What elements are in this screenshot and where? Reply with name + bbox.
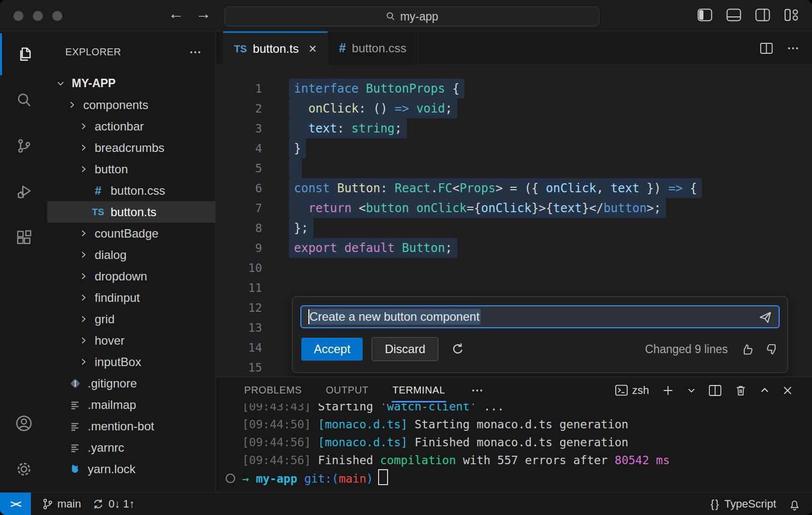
terminal-icon: [615, 384, 628, 396]
minimize-window-button[interactable]: [33, 11, 43, 21]
account-button[interactable]: [0, 400, 47, 446]
line-number: 15: [216, 358, 262, 377]
tree-item--gitignore[interactable]: .gitignore: [47, 373, 215, 394]
branch-status-item[interactable]: main: [42, 498, 81, 511]
tree-item-inputbox[interactable]: inputBox: [47, 351, 215, 373]
tree-item--mailmap[interactable]: .mailmap: [47, 394, 215, 415]
tree-item-my-app[interactable]: MY-APP: [47, 73, 215, 94]
forward-arrow-icon[interactable]: →: [196, 5, 211, 23]
tree-item-label: button: [95, 162, 128, 176]
sidebar-item-explorer[interactable]: [0, 31, 47, 77]
sidebar-item-extensions[interactable]: [0, 215, 47, 260]
code-line-8: 8};: [216, 218, 812, 238]
toggle-panel-icon[interactable]: [726, 8, 741, 21]
terminal-line-4: [09:44:56] Finished compilation with 557…: [242, 451, 812, 469]
terminal-viewport[interactable]: [09:43:43] Starting 'watch-client' ...[0…: [216, 403, 812, 492]
kill-terminal-trash-icon[interactable]: [734, 384, 747, 397]
panel-more-actions-icon[interactable]: [472, 389, 482, 391]
braces-icon: {}: [710, 498, 720, 511]
tree-item-label: .gitignore: [88, 377, 137, 390]
split-terminal-icon[interactable]: [708, 385, 722, 396]
sidebar-item-source-control[interactable]: [0, 123, 47, 169]
tree-item-grid[interactable]: grid: [47, 308, 215, 330]
send-icon[interactable]: [758, 310, 773, 324]
new-terminal-icon[interactable]: [662, 384, 675, 397]
remote-indicator[interactable]: ><: [0, 493, 31, 515]
config-file-icon: [68, 442, 83, 454]
tree-item-label: hover: [95, 334, 125, 348]
tab-button-css[interactable]: #button.css: [328, 31, 417, 65]
inline-chat-widget: Create a new button component Accept Dis…: [292, 296, 788, 373]
tree-item-button-css[interactable]: #button.css: [47, 180, 215, 201]
tree-item-components[interactable]: components: [47, 94, 215, 116]
explorer-sidebar: EXPLORER MY-APPcomponentsactionbarbreadc…: [47, 31, 216, 492]
code-line-1: 1interface ButtonProps {: [216, 79, 812, 99]
terminal-shell-selector[interactable]: zsh: [615, 384, 649, 397]
search-icon: [15, 91, 33, 109]
tree-item-dropdown[interactable]: dropdown: [47, 265, 215, 287]
tab-button-ts[interactable]: TSbutton.ts×: [223, 31, 328, 65]
source-control-icon: [15, 137, 33, 155]
back-arrow-icon[interactable]: ←: [168, 5, 184, 23]
code-text: [289, 158, 302, 178]
tree-item--yarnrc[interactable]: .yarnrc: [47, 437, 215, 458]
panel-tab-terminal[interactable]: TERMINAL: [393, 377, 445, 403]
editor-tab-bar: TSbutton.ts×#button.css: [216, 31, 812, 65]
command-center-search[interactable]: my-app: [225, 6, 599, 26]
tree-item-label: actionbar: [95, 120, 144, 133]
explorer-more-actions-icon[interactable]: [190, 51, 200, 53]
changed-lines-label: Changed 9 lines: [645, 343, 728, 356]
tree-item-countbadge[interactable]: countBadge: [47, 223, 215, 244]
typescript-file-icon: TS: [91, 207, 106, 218]
editor-more-actions-icon[interactable]: [788, 47, 798, 49]
discard-button[interactable]: Discard: [372, 337, 438, 361]
tree-item-findinput[interactable]: findinput: [47, 287, 215, 308]
tree-item--mention-bot[interactable]: .mention-bot: [47, 415, 215, 437]
notifications-bell-icon[interactable]: [788, 498, 801, 511]
accept-button[interactable]: Accept: [301, 338, 363, 361]
panel-tab-problems[interactable]: PROBLEMS: [244, 377, 302, 403]
tree-item-dialog[interactable]: dialog: [47, 244, 215, 265]
tree-item-button-ts[interactable]: TSbutton.ts: [47, 201, 215, 223]
sync-icon: [92, 498, 104, 510]
tree-item-button[interactable]: button: [47, 158, 215, 180]
code-editor[interactable]: 1interface ButtonProps {2 onClick: () =>…: [216, 65, 812, 377]
tree-item-actionbar[interactable]: actionbar: [47, 116, 215, 137]
css-file-icon: #: [339, 41, 346, 55]
toggle-secondary-sidebar-icon[interactable]: [755, 8, 770, 21]
split-editor-icon[interactable]: [760, 42, 773, 54]
tree-item-yarn-lock[interactable]: yarn.lock: [47, 458, 215, 480]
gitignore-file-icon: [68, 377, 83, 390]
close-tab-icon[interactable]: ×: [309, 42, 317, 56]
customize-layout-icon[interactable]: [784, 8, 799, 21]
tree-item-breadcrumbs[interactable]: breadcrumbs: [47, 137, 215, 158]
chat-input[interactable]: Create a new button component: [300, 305, 780, 328]
launch-profile-chevron-icon[interactable]: [687, 386, 696, 395]
thumbs-up-icon[interactable]: [741, 343, 754, 356]
tree-item-label: dialog: [95, 248, 127, 262]
status-bar: >< main 0↓ 1↑ {} TypeScript: [0, 492, 812, 515]
sync-status-item[interactable]: 0↓ 1↑: [92, 498, 135, 511]
code-line-2: 2 onClick: () => void;: [216, 99, 812, 119]
account-icon: [14, 414, 33, 433]
code-line-4: 4}: [216, 138, 812, 158]
language-mode-item[interactable]: {} TypeScript: [710, 498, 776, 511]
sidebar-item-run-and-debug[interactable]: [0, 169, 47, 215]
sync-counts: 0↓ 1↑: [109, 498, 135, 511]
thumbs-down-icon[interactable]: [765, 343, 779, 356]
sidebar-item-search[interactable]: [0, 77, 47, 123]
close-panel-icon[interactable]: [782, 385, 793, 396]
zoom-window-button[interactable]: [52, 11, 62, 21]
remote-icon: ><: [10, 498, 21, 510]
panel-tab-output[interactable]: OUTPUT: [326, 377, 369, 403]
sidebar-title: EXPLORER: [65, 46, 121, 58]
regenerate-icon[interactable]: [450, 342, 465, 357]
tree-item-hover[interactable]: hover: [47, 330, 215, 351]
settings-button[interactable]: [0, 446, 47, 492]
maximize-panel-chevron-icon[interactable]: [760, 386, 770, 395]
command-decoration-icon[interactable]: [226, 474, 235, 483]
close-window-button[interactable]: [13, 11, 23, 21]
tab-label: button.css: [352, 41, 406, 55]
window-controls: [13, 11, 62, 21]
toggle-sidebar-icon[interactable]: [697, 8, 712, 21]
